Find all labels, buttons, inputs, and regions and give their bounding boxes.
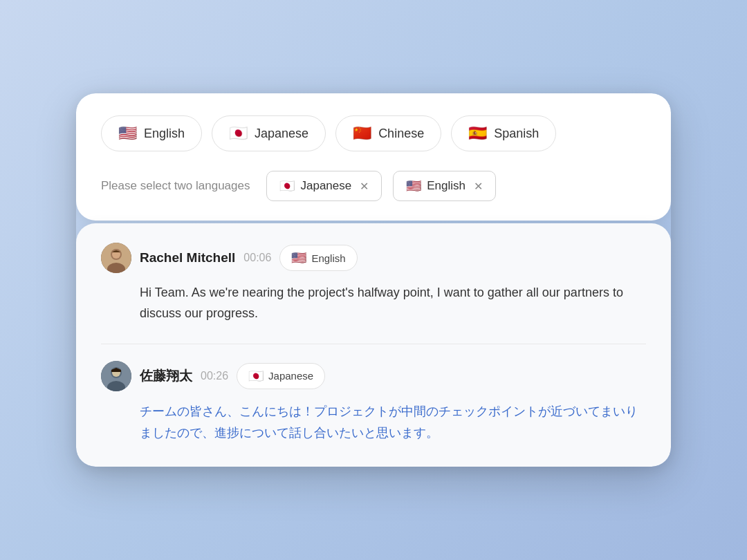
sato-lang-badge: 🇯🇵 Japanese xyxy=(237,363,325,389)
selected-tag-english: 🇺🇸 English ✕ xyxy=(393,171,496,201)
rachel-timestamp: 00:06 xyxy=(243,252,271,264)
message-header-sato: 佐藤翔太 00:26 🇯🇵 Japanese xyxy=(101,361,646,391)
rachel-lang-label: English xyxy=(311,252,345,264)
main-card: 🇺🇸 English 🇯🇵 Japanese 🇨🇳 Chinese 🇪🇸 Spa… xyxy=(76,93,671,466)
message-block-rachel: Rachel Mitchell 00:06 🇺🇸 English Hi Team… xyxy=(101,243,646,324)
chat-messages-panel: Rachel Mitchell 00:06 🇺🇸 English Hi Team… xyxy=(76,223,671,466)
selection-prompt: Please select two languages xyxy=(101,179,250,193)
remove-english-button[interactable]: ✕ xyxy=(474,180,483,193)
lang-btn-chinese[interactable]: 🇨🇳 Chinese xyxy=(335,115,441,151)
message-divider xyxy=(101,344,646,344)
selected-english-flag: 🇺🇸 xyxy=(406,178,421,194)
rachel-lang-badge: 🇺🇸 English xyxy=(279,245,357,271)
lang-btn-spanish[interactable]: 🇪🇸 Spanish xyxy=(451,115,556,151)
spanish-flag-icon: 🇪🇸 xyxy=(468,126,487,141)
japanese-label: Japanese xyxy=(255,127,308,141)
selected-japanese-flag: 🇯🇵 xyxy=(279,178,295,194)
sato-timestamp: 00:26 xyxy=(201,370,228,382)
sato-message-text: チームの皆さん、こんにちは！プロジェクトが中間のチェックポイントが近づいてまいり… xyxy=(101,401,646,445)
english-label: English xyxy=(144,127,185,141)
lang-btn-english[interactable]: 🇺🇸 English xyxy=(101,115,202,151)
japanese-flag-icon: 🇯🇵 xyxy=(229,126,248,141)
rachel-message-text: Hi Team. As we're nearing the project's … xyxy=(101,283,646,324)
lang-btn-japanese[interactable]: 🇯🇵 Japanese xyxy=(212,115,326,151)
english-flag-icon: 🇺🇸 xyxy=(118,126,137,141)
remove-japanese-button[interactable]: ✕ xyxy=(360,180,369,193)
avatar-rachel xyxy=(101,243,131,273)
language-selector-panel: 🇺🇸 English 🇯🇵 Japanese 🇨🇳 Chinese 🇪🇸 Spa… xyxy=(76,93,671,221)
selected-japanese-label: Japanese xyxy=(300,179,351,193)
avatar-sato xyxy=(101,361,131,391)
sato-name: 佐藤翔太 xyxy=(140,367,192,385)
selection-row: Please select two languages 🇯🇵 Japanese … xyxy=(101,171,646,201)
sato-lang-label: Japanese xyxy=(268,370,313,382)
chinese-label: Chinese xyxy=(378,127,424,141)
chinese-flag-icon: 🇨🇳 xyxy=(353,126,371,141)
selected-tag-japanese: 🇯🇵 Japanese ✕ xyxy=(266,171,382,201)
spanish-label: Spanish xyxy=(494,127,539,141)
message-header-rachel: Rachel Mitchell 00:06 🇺🇸 English xyxy=(101,243,646,273)
language-buttons-row: 🇺🇸 English 🇯🇵 Japanese 🇨🇳 Chinese 🇪🇸 Spa… xyxy=(101,115,646,151)
sato-lang-flag: 🇯🇵 xyxy=(248,368,264,384)
selected-english-label: English xyxy=(427,179,465,193)
rachel-name: Rachel Mitchell xyxy=(140,250,235,265)
message-block-sato: 佐藤翔太 00:26 🇯🇵 Japanese チームの皆さん、こんにちは！プロジ… xyxy=(101,361,646,445)
rachel-lang-flag: 🇺🇸 xyxy=(291,250,306,265)
